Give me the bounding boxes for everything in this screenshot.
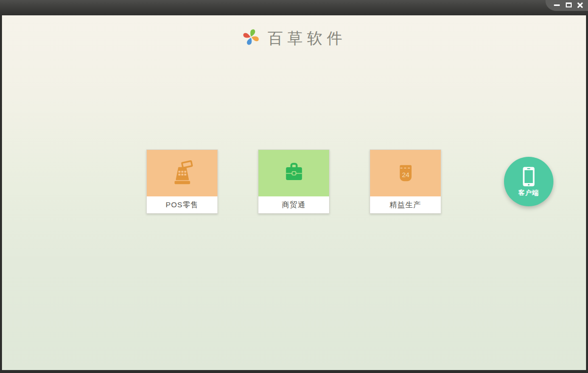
maximize-icon [566,2,572,7]
card-pos-retail-label: POS零售 [147,196,217,213]
close-button[interactable] [577,1,584,9]
smartphone-icon [522,166,535,187]
mobile-client-button[interactable]: 客户端 [504,157,553,206]
card-trade-icon-area [258,150,329,196]
briefcase-icon [281,160,307,186]
card-lean-production[interactable]: 24 精益生产 [370,149,441,214]
card-pos-retail[interactable]: POS零售 [146,149,218,214]
card-trade-label: 商贸通 [258,196,329,213]
card-pos-retail-icon-area [147,150,217,196]
maximize-button[interactable] [565,1,572,9]
app-title: 百草软件 [268,29,347,46]
window-controls [546,0,588,11]
minimize-icon [554,4,560,6]
app-window: 百草软件 [0,0,588,373]
close-icon [577,2,583,8]
cash-register-icon [169,160,196,186]
minimize-button[interactable] [553,1,560,9]
title-bar [0,0,588,15]
calendar-day-number: 24 [402,171,410,179]
calendar-icon: 24 [392,160,419,186]
main-content: 百草软件 [2,15,586,370]
card-lean-production-label: 精益生产 [370,196,441,213]
product-cards: POS零售 商贸通 [146,149,441,214]
card-trade[interactable]: 商贸通 [258,149,330,214]
card-lean-production-icon-area: 24 [370,150,441,196]
pinwheel-logo-icon [242,28,260,47]
app-header: 百草软件 [2,28,586,47]
mobile-client-label: 客户端 [518,188,539,197]
